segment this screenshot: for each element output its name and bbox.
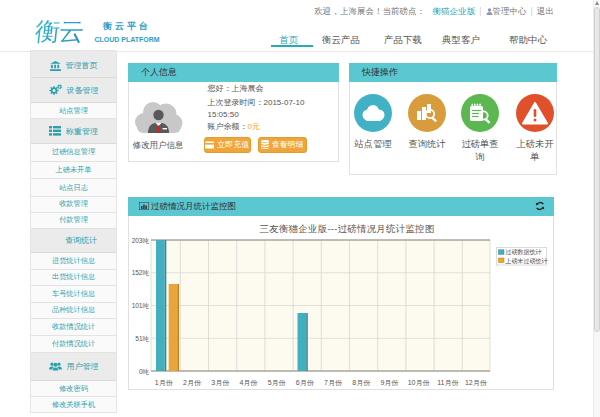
svg-text:51吨: 51吨 [135,335,149,342]
svg-text:8月份: 8月份 [352,379,371,387]
svg-text:152吨: 152吨 [132,269,150,276]
svg-text:9月份: 9月份 [380,379,399,387]
svg-text:10月份: 10月份 [408,379,431,387]
svg-text:1月份: 1月份 [155,379,174,387]
svg-text:5月份: 5月份 [268,379,287,387]
svg-text:203吨: 203吨 [132,237,150,244]
svg-text:0吨: 0吨 [139,368,150,375]
svg-text:2月份: 2月份 [183,379,202,387]
svg-text:3月份: 3月份 [211,379,230,387]
svg-text:过磅数据统计: 过磅数据统计 [506,248,542,256]
svg-text:11月份: 11月份 [437,379,459,387]
svg-text:上磅未过磅统计: 上磅未过磅统计 [505,257,548,265]
svg-text:6月份: 6月份 [296,379,315,387]
svg-text:101吨: 101吨 [132,302,150,309]
svg-text:12月份: 12月份 [465,379,488,387]
svg-text:4月份: 4月份 [239,379,258,387]
svg-text:7月份: 7月份 [324,379,343,387]
